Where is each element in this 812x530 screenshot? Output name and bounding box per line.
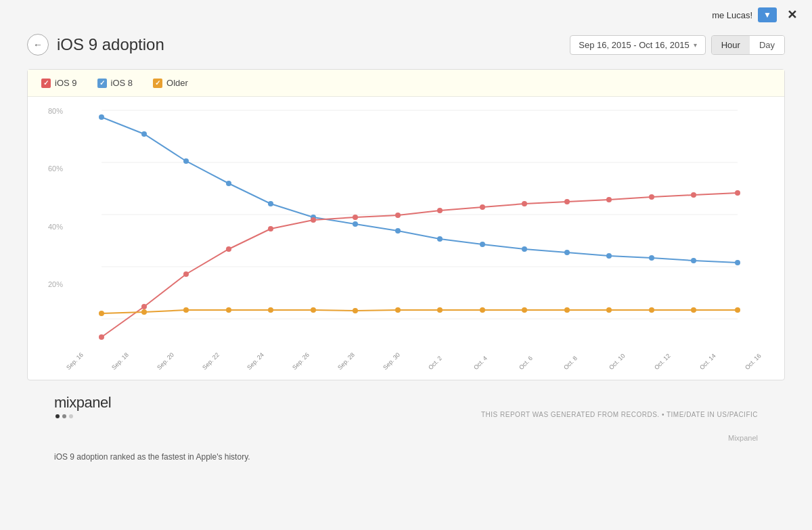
user-dropdown[interactable]: ▼ xyxy=(758,7,777,22)
svg-point-35 xyxy=(691,192,696,198)
svg-point-23 xyxy=(183,271,189,277)
svg-point-41 xyxy=(268,307,273,313)
svg-point-28 xyxy=(395,213,401,218)
svg-point-24 xyxy=(226,246,231,252)
title-section: ← iOS 9 adoption xyxy=(27,34,164,56)
x-axis: Sep. 16 Sep. 18 Sep. 20 Sep. 22 Sep. 24 … xyxy=(68,363,771,380)
svg-point-37 xyxy=(99,311,104,316)
svg-point-49 xyxy=(606,307,612,313)
svg-point-34 xyxy=(649,194,654,200)
svg-point-25 xyxy=(268,226,273,231)
svg-point-21 xyxy=(99,334,104,340)
report-info: THIS REPORT WAS GENERATED FROM RECORDS. … xyxy=(481,411,758,418)
date-range-picker[interactable]: Sep 16, 2015 - Oct 16, 2015 ▾ xyxy=(570,35,705,55)
svg-point-42 xyxy=(311,307,316,313)
svg-point-38 xyxy=(141,309,147,315)
chart-svg xyxy=(68,104,771,361)
svg-point-22 xyxy=(141,304,147,309)
svg-point-52 xyxy=(735,307,740,313)
back-button[interactable]: ← xyxy=(27,34,49,56)
svg-point-5 xyxy=(99,114,104,120)
y-label-40: 40% xyxy=(28,223,63,231)
older-checkbox[interactable]: ✓ xyxy=(153,79,162,88)
svg-point-50 xyxy=(649,307,654,313)
svg-point-51 xyxy=(691,307,696,313)
page-title: iOS 9 adoption xyxy=(57,35,164,54)
svg-point-14 xyxy=(480,242,485,247)
svg-point-6 xyxy=(141,131,147,137)
mixpanel-logo: mixpanel xyxy=(54,394,111,418)
svg-point-26 xyxy=(311,217,316,223)
mixpanel-dots xyxy=(54,414,111,418)
svg-point-18 xyxy=(649,255,654,261)
close-button[interactable]: ✕ xyxy=(782,5,801,24)
svg-point-20 xyxy=(735,260,740,265)
svg-point-7 xyxy=(183,158,189,164)
svg-point-33 xyxy=(606,197,612,202)
footer: mixpanel THIS REPORT WAS GENERATED FROM … xyxy=(27,380,785,425)
y-label-80: 80% xyxy=(28,107,63,115)
dot-3 xyxy=(69,414,73,418)
y-label-60: 60% xyxy=(28,164,63,173)
ios9-label: iOS 9 xyxy=(55,78,77,88)
ios9-checkbox[interactable]: ✓ xyxy=(41,79,51,88)
svg-point-30 xyxy=(480,204,485,210)
chart-container: ✓ iOS 9 ✓ iOS 8 ✓ Older 80% 60% 40% 20% … xyxy=(27,69,785,380)
welcome-text: me Lucas! xyxy=(712,10,752,20)
dot-2 xyxy=(62,414,66,418)
svg-point-36 xyxy=(735,190,740,196)
date-range-label: Sep 16, 2015 - Oct 16, 2015 xyxy=(579,40,689,50)
time-toggle-group: Hour Day xyxy=(711,35,785,55)
chart-plot-area: Sep. 16 Sep. 18 Sep. 20 Sep. 22 Sep. 24 … xyxy=(68,104,771,380)
svg-point-16 xyxy=(564,250,570,255)
svg-point-11 xyxy=(353,221,358,227)
svg-point-46 xyxy=(480,307,485,313)
svg-point-44 xyxy=(395,307,401,313)
svg-point-17 xyxy=(606,253,612,259)
hour-toggle-button[interactable]: Hour xyxy=(712,36,750,54)
caption-text: iOS 9 adoption ranked as the fastest in … xyxy=(54,452,250,462)
svg-point-45 xyxy=(437,307,443,313)
day-toggle-button[interactable]: Day xyxy=(750,36,784,54)
legend-item-ios9[interactable]: ✓ iOS 9 xyxy=(41,78,77,88)
svg-point-15 xyxy=(522,246,527,252)
svg-point-29 xyxy=(437,208,443,213)
y-label-20: 20% xyxy=(28,280,63,288)
svg-point-9 xyxy=(268,201,273,206)
svg-point-47 xyxy=(522,307,527,313)
legend-item-older[interactable]: ✓ Older xyxy=(153,78,188,88)
legend-bar: ✓ iOS 9 ✓ iOS 8 ✓ Older xyxy=(28,70,784,97)
dot-1 xyxy=(55,414,60,418)
attribution-label: Mixpanel xyxy=(728,434,758,442)
svg-point-27 xyxy=(353,215,358,220)
svg-point-40 xyxy=(226,307,231,313)
chevron-down-icon: ▾ xyxy=(694,41,697,49)
older-label: Older xyxy=(166,78,188,88)
ios8-label: iOS 8 xyxy=(111,78,133,88)
svg-point-12 xyxy=(395,228,401,234)
svg-point-19 xyxy=(691,258,696,263)
bottom-caption: iOS 9 adoption ranked as the fastest in … xyxy=(27,445,785,472)
header-row: ← iOS 9 adoption Sep 16, 2015 - Oct 16, … xyxy=(27,34,785,56)
svg-point-39 xyxy=(183,307,189,313)
svg-point-32 xyxy=(564,199,570,204)
controls-section: Sep 16, 2015 - Oct 16, 2015 ▾ Hour Day xyxy=(570,35,785,55)
svg-point-48 xyxy=(564,307,570,313)
main-content: ← iOS 9 adoption Sep 16, 2015 - Oct 16, … xyxy=(0,20,812,485)
legend-item-ios8[interactable]: ✓ iOS 8 xyxy=(97,78,133,88)
top-bar: me Lucas! ▼ ✕ xyxy=(701,0,812,30)
svg-point-8 xyxy=(226,181,231,186)
y-axis: 80% 60% 40% 20% 0% xyxy=(28,104,68,380)
mixpanel-name: mixpanel xyxy=(54,394,111,412)
ios8-checkbox[interactable]: ✓ xyxy=(97,79,107,88)
svg-point-31 xyxy=(522,201,527,206)
svg-point-13 xyxy=(437,236,443,242)
svg-point-43 xyxy=(353,308,358,313)
